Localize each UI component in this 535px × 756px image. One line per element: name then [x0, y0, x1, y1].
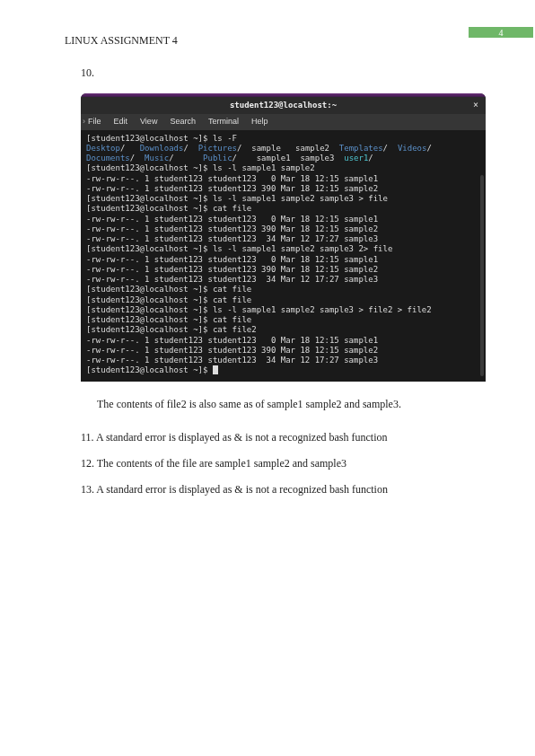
- menu-terminal[interactable]: Terminal: [208, 117, 239, 127]
- term-line: -rw-rw-r--. 1 student123 student123 34 M…: [86, 275, 378, 284]
- term-line: -rw-rw-r--. 1 student123 student123 390 …: [86, 265, 378, 274]
- terminal-output[interactable]: [student123@localhost ~]$ ls -F Desktop/…: [81, 130, 486, 382]
- dir-documents: Documents: [86, 154, 130, 163]
- list-number-10: 10.: [81, 66, 485, 80]
- caret-icon: ›: [83, 117, 85, 127]
- dir-downloads: Downloads: [140, 144, 184, 153]
- dir-templates: Templates: [339, 144, 383, 153]
- terminal-window: student123@localhost:~ × › File Edit Vie…: [81, 93, 486, 382]
- cursor-icon: [213, 365, 218, 374]
- paragraph-file2: The contents of file2 is also same as of…: [97, 398, 485, 411]
- term-text: /: [368, 154, 373, 163]
- dir-user1: user1: [344, 154, 368, 163]
- term-text: /: [120, 144, 140, 153]
- term-line: -rw-rw-r--. 1 student123 student123 34 M…: [86, 234, 378, 243]
- term-text: /: [426, 144, 431, 153]
- list-item-13: 13. A standard error is displayed as & i…: [81, 483, 485, 497]
- term-text: /: [130, 154, 145, 163]
- dir-public: Public: [203, 154, 232, 163]
- term-line: -rw-rw-r--. 1 student123 student123 0 Ma…: [86, 336, 378, 345]
- document-body: 10. student123@localhost:~ × › File Edit…: [81, 66, 485, 509]
- term-line: [student123@localhost ~]$ ls -l sample1 …: [86, 194, 388, 203]
- term-text: / sample sample2: [237, 144, 339, 153]
- menu-bar: › File Edit View Search Terminal Help: [81, 114, 486, 129]
- close-icon[interactable]: ×: [473, 100, 478, 111]
- term-line: [student123@localhost ~]$ cat file: [86, 285, 251, 294]
- dir-videos: Videos: [398, 144, 427, 153]
- window-title: student123@localhost:~: [230, 101, 337, 110]
- dir-desktop: Desktop: [86, 144, 120, 153]
- term-line: -rw-rw-r--. 1 student123 student123 0 Ma…: [86, 215, 378, 224]
- term-line: -rw-rw-r--. 1 student123 student123 390 …: [86, 346, 378, 355]
- menu-file[interactable]: File: [88, 117, 101, 127]
- term-text: /: [169, 154, 203, 163]
- menu-search[interactable]: Search: [170, 117, 196, 127]
- term-line: [student123@localhost ~]$ ls -l sample1 …: [86, 244, 392, 253]
- list-item-11: 11. A standard error is displayed as & i…: [81, 431, 485, 444]
- term-line: [student123@localhost ~]$ cat file: [86, 204, 251, 213]
- menu-edit[interactable]: Edit: [114, 117, 128, 127]
- term-line: [student123@localhost ~]$ cat file: [86, 295, 251, 304]
- term-line: -rw-rw-r--. 1 student123 student123 34 M…: [86, 356, 378, 365]
- term-text: / sample1 sample3: [232, 154, 345, 163]
- term-line: -rw-rw-r--. 1 student123 student123 390 …: [86, 184, 378, 193]
- menu-view[interactable]: View: [140, 117, 157, 127]
- term-line: [student123@localhost ~]$: [86, 365, 213, 374]
- term-line: [student123@localhost ~]$ cat file2: [86, 325, 257, 334]
- term-text: /: [383, 144, 398, 153]
- list-item-12: 12. The contents of the file are sample1…: [81, 457, 485, 470]
- term-text: /: [183, 144, 197, 153]
- window-titlebar: student123@localhost:~ ×: [81, 97, 486, 114]
- document-title: LINUX ASSIGNMENT 4: [65, 34, 178, 48]
- term-line: -rw-rw-r--. 1 student123 student123 0 Ma…: [86, 174, 378, 183]
- term-line: [student123@localhost ~]$ cat file: [86, 315, 251, 324]
- document-header: LINUX ASSIGNMENT 4: [65, 34, 528, 48]
- term-line: -rw-rw-r--. 1 student123 student123 0 Ma…: [86, 255, 378, 264]
- scrollbar[interactable]: [480, 175, 484, 376]
- term-line: [student123@localhost ~]$ ls -F: [86, 134, 237, 143]
- term-line: [student123@localhost ~]$ ls -l sample1 …: [86, 305, 432, 314]
- menu-help[interactable]: Help: [251, 117, 268, 127]
- term-line: -rw-rw-r--. 1 student123 student123 390 …: [86, 224, 378, 233]
- dir-pictures: Pictures: [198, 144, 237, 153]
- term-line: [student123@localhost ~]$ ls -l sample1 …: [86, 163, 315, 172]
- dir-music: Music: [145, 154, 169, 163]
